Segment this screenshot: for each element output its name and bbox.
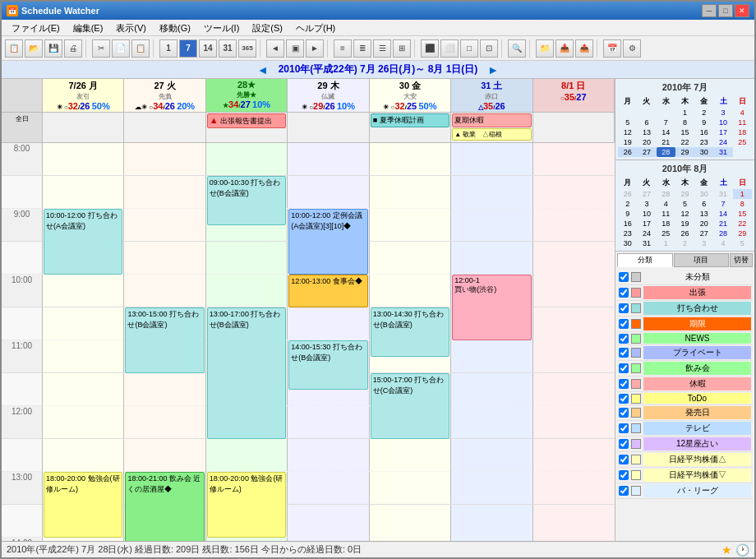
event-sat-shopping[interactable]: 12:00-1買い物(渋谷) [452,275,531,340]
cat-check-private[interactable] [619,348,629,358]
mini-jul-d21[interactable]: 18 [733,127,752,137]
mini-aug-r2d5[interactable]: 6 [694,199,713,209]
cat-check-horoscope[interactable] [619,439,629,449]
mini-jul-d2[interactable] [637,108,656,118]
mini-aug-r2d1[interactable]: 2 [618,199,637,209]
nav-next-button[interactable]: ► [484,63,502,76]
mini-jul-d35[interactable] [733,147,752,157]
mini-jul-d34[interactable]: 31 [713,147,732,157]
tb-paste[interactable]: 📋 [131,39,150,58]
mini-jul-d30[interactable]: 27 [637,147,656,157]
event-fri-meeting2[interactable]: 15:00-17:00 打ち合わせ(C会議室) [371,373,449,439]
event-wed-meeting2[interactable]: 13:00-17:00 打ち合わせ(B会議室) [207,307,286,439]
event-thu-meeting[interactable]: 10:00-12:00 定例会議(A会議室)[3][10]◆ [288,209,367,275]
cat-label-drinking[interactable]: 飲み会 [643,362,751,375]
mini-jul-d23[interactable]: 20 [637,137,656,147]
mini-jul-d15[interactable]: 12 [618,127,637,137]
mini-aug-r3d7[interactable]: 15 [733,209,752,219]
mini-aug-r5d4[interactable]: 26 [675,229,694,238]
cat-label-stock-up[interactable]: 日経平均株価△ [643,453,751,466]
menu-help[interactable]: ヘルプ(H) [289,21,342,34]
mini-jul-d24[interactable]: 21 [657,137,675,147]
mini-aug-r4d2[interactable]: 17 [637,219,656,229]
tb-day-365[interactable]: 365 [238,39,256,58]
event-fri-meeting1[interactable]: 13:00-14:30 打ち合わせ(B会議室) [371,307,449,357]
mini-aug-r6d3[interactable]: 1 [657,238,675,248]
all-day-event-holiday[interactable]: ▲ 敬業 △稲根 [452,128,531,141]
mini-aug-r6d4[interactable]: 2 [675,238,694,248]
mini-aug-r2d3[interactable]: 4 [657,199,675,209]
mini-jul-d13[interactable]: 10 [713,118,732,127]
tb-option1[interactable]: □ [460,39,478,58]
mini-aug-r5d6[interactable]: 28 [713,229,732,238]
menu-file[interactable]: ファイル(E) [5,21,67,34]
mini-jul-d31-today[interactable]: 28 [657,147,675,157]
mini-jul-d1[interactable] [618,108,637,118]
mini-jul-d28[interactable]: 25 [733,137,752,147]
mini-jul-d7[interactable]: 4 [733,108,752,118]
cat-label-tv[interactable]: テレビ [643,422,751,435]
mini-aug-r6d5[interactable]: 3 [694,238,713,248]
mini-aug-r3d6[interactable]: 14 [713,209,732,219]
tb-cal[interactable]: 📅 [603,39,621,58]
mini-aug-r1d3[interactable]: 28 [657,189,675,199]
mini-jul-d11[interactable]: 8 [675,118,694,127]
mini-jul-d32[interactable]: 29 [675,147,694,157]
mini-aug-r6d1[interactable]: 30 [618,238,637,248]
tb-day-31[interactable]: 31 [219,39,237,58]
cat-check-drinking[interactable] [619,363,629,373]
tb-list3[interactable]: ☰ [373,39,391,58]
mini-aug-r5d2[interactable]: 24 [637,229,656,238]
event-thu-meeting2[interactable]: 14:00-15:30 打ち合わせ(B会議室) [288,340,367,390]
cat-check-stock-down[interactable] [619,470,629,480]
cat-label-todo[interactable]: ToDo [643,393,751,404]
event-tue-meeting[interactable]: 13:00-15:00 打ち合わせ(B会議室) [125,307,204,373]
tb-prev[interactable]: ◄ [266,39,284,58]
mini-jul-d12[interactable]: 9 [694,118,713,127]
mini-aug-r4d7[interactable]: 22 [733,219,752,229]
schedule-grid[interactable]: 8:00 9:00 10:00 11:00 12:00 13:00 14:00 … [2,143,615,541]
menu-move[interactable]: 移動(G) [153,21,197,34]
cat-label-unfiled[interactable]: 未分類 [643,270,751,284]
tb-day-7[interactable]: 7 [179,39,197,58]
mini-aug-r5d1[interactable]: 23 [618,229,637,238]
mini-aug-r5d7[interactable]: 29 [733,229,752,238]
tb-today[interactable]: ▣ [286,39,304,58]
mini-jul-d14[interactable]: 11 [733,118,752,127]
nav-prev-button[interactable]: ◄ [254,63,272,76]
mini-jul-d17[interactable]: 14 [657,127,675,137]
mini-aug-r6d7[interactable]: 5 [733,238,752,248]
menu-view[interactable]: 表示(V) [109,21,153,34]
tb-search[interactable]: 🔍 [508,39,526,58]
tb-import[interactable]: 📥 [555,39,574,58]
cat-label-deadline[interactable]: 期限 [643,317,751,330]
cat-tab-switch[interactable]: 切替 [730,253,753,267]
menu-tools[interactable]: ツール(I) [197,21,246,34]
cat-check-news[interactable] [619,334,629,344]
mini-jul-d6[interactable]: 3 [713,108,732,118]
mini-jul-d29[interactable]: 26 [618,147,637,157]
tb-export[interactable]: 📤 [575,39,593,58]
cat-label-meeting[interactable]: 打ち合わせ [643,302,751,315]
event-mon-meeting[interactable]: 10:00-12:00 打ち合わせ(A会議室) [44,209,122,275]
tb-day-1[interactable]: 1 [159,39,177,58]
mini-aug-r6d2[interactable]: 31 [637,238,656,248]
mini-aug-r3d2[interactable]: 10 [637,209,656,219]
mini-aug-r1d6[interactable]: 31 [713,189,732,199]
cat-check-holiday[interactable] [619,379,629,389]
mini-jul-d18[interactable]: 15 [675,127,694,137]
tb-grid[interactable]: ⊞ [393,39,411,58]
mini-jul-d26[interactable]: 23 [694,137,713,147]
cat-check-deadline[interactable] [619,319,629,329]
mini-aug-r1d2[interactable]: 27 [637,189,656,199]
mini-jul-d33[interactable]: 30 [694,147,713,157]
mini-aug-r1d7[interactable]: 1 [733,189,752,199]
close-button[interactable]: ✕ [735,4,749,17]
tb-cut[interactable]: ✂ [92,39,110,58]
mini-aug-r2d4[interactable]: 5 [675,199,694,209]
tb-list2[interactable]: ≣ [353,39,371,58]
mini-aug-r4d3[interactable]: 18 [657,219,675,229]
mini-aug-r4d6[interactable]: 21 [713,219,732,229]
all-day-event-vacation-plan[interactable]: ■ 夏季休暇計画 [371,113,449,127]
tb-day-14[interactable]: 14 [199,39,217,58]
